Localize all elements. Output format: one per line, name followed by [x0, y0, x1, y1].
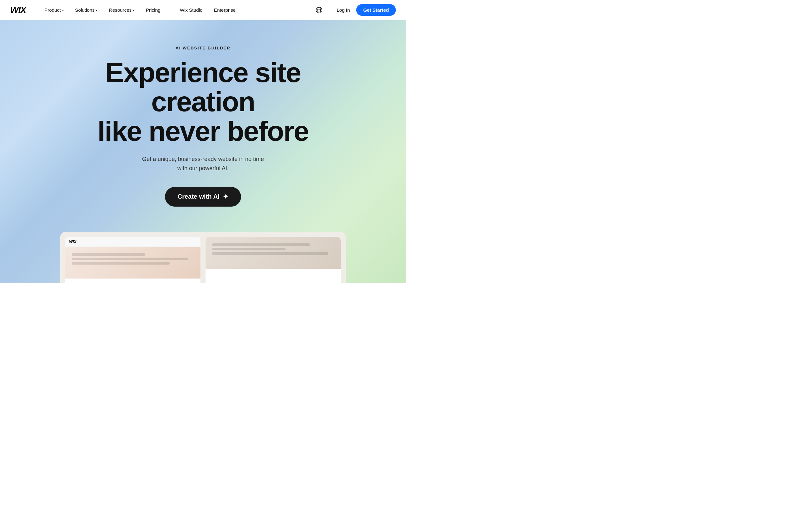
preview-container: WIX — [60, 232, 346, 283]
nav-item-pricing[interactable]: Pricing — [140, 0, 166, 20]
svg-point-0 — [316, 7, 322, 13]
preview-section: WIX — [6, 232, 400, 283]
preview-card-1-bars — [69, 250, 197, 267]
nav-divider — [170, 5, 170, 15]
nav-item-product[interactable]: Product ▾ — [39, 0, 69, 20]
chevron-down-icon: ▾ — [62, 9, 64, 12]
nav-item-resources[interactable]: Resources ▾ — [103, 0, 140, 20]
preview-card-1-header: WIX — [65, 237, 200, 247]
navbar-actions: Log In Get Started — [313, 4, 396, 16]
wix-logo[interactable]: WIX — [10, 5, 26, 15]
chevron-down-icon: ▾ — [133, 9, 135, 12]
preview-bar — [72, 253, 145, 256]
navbar: WIX Product ▾ Solutions ▾ Resources ▾ Pr… — [0, 0, 406, 20]
preview-card-2-content — [206, 237, 341, 269]
get-started-button[interactable]: Get Started — [356, 4, 396, 16]
hero-eyebrow: AI WEBSITE BUILDER — [175, 46, 230, 50]
actions-divider — [330, 5, 330, 15]
nav-item-wix-studio[interactable]: Wix Studio — [174, 0, 208, 20]
preview-bar — [212, 248, 286, 250]
login-button[interactable]: Log In — [335, 5, 351, 15]
preview-card-1-content — [65, 247, 200, 279]
sparkle-icon: ✦ — [223, 193, 229, 201]
svg-point-1 — [318, 7, 321, 13]
hero-title: Experience site creation like never befo… — [60, 58, 346, 146]
language-selector-button[interactable] — [313, 4, 325, 16]
preview-card-2-bars — [209, 241, 337, 257]
preview-card-1: WIX — [65, 237, 200, 283]
hero-section: AI WEBSITE BUILDER Experience site creat… — [0, 20, 406, 283]
preview-bar — [212, 252, 328, 255]
preview-bar — [72, 262, 170, 265]
chevron-down-icon: ▾ — [96, 9, 97, 12]
create-with-ai-button[interactable]: Create with AI ✦ — [165, 187, 241, 207]
nav-item-solutions[interactable]: Solutions ▾ — [69, 0, 103, 20]
nav-menu: Product ▾ Solutions ▾ Resources ▾ Pricin… — [39, 0, 314, 20]
preview-bar — [72, 258, 188, 260]
preview-bar — [212, 243, 310, 246]
nav-item-enterprise[interactable]: Enterprise — [208, 0, 241, 20]
preview-card-2 — [206, 237, 341, 283]
preview-card-1-logo: WIX — [69, 239, 77, 244]
hero-subtitle: Get a unique, business-ready website in … — [136, 155, 270, 173]
